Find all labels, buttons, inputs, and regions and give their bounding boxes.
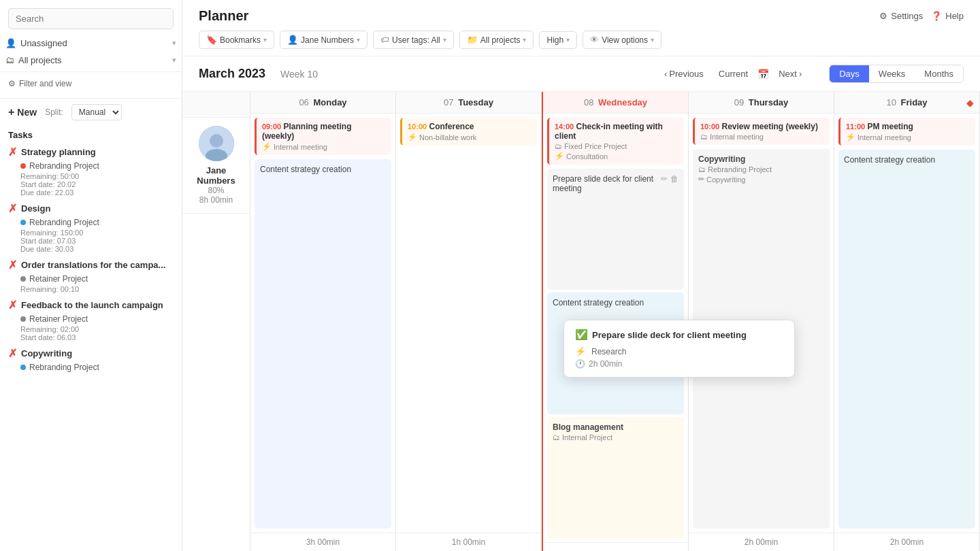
day-footer-thursday: 2h 00min [689,533,834,551]
current-button[interactable]: Current [713,66,753,82]
avatar-pct: 80% [188,186,244,195]
svg-point-1 [210,134,223,148]
day-num-thursday: 09 [734,97,744,107]
delete-icon[interactable]: 🗑 [670,174,679,184]
filter-view-button[interactable]: ⚙ Filter and view [0,75,182,93]
task-group-title-feedback[interactable]: ✗ Feedback to the launch campaign [8,299,174,312]
task-project-design: Rebranding Project [20,218,174,227]
wednesday-task-blog[interactable]: Blog management 🗂 Internal Project [547,417,684,538]
weeks-view-button[interactable]: Weeks [869,65,915,82]
calendar-icon[interactable]: 📅 [757,69,769,80]
day-header-wednesday: 08 Wednesday [543,92,688,114]
main-header: Planner ⚙ Settings ❓ Help 🔖 Bookmarks ▾ … [182,0,980,56]
check-icon-copywriting: ✗ [8,347,17,360]
diamond-icon: ◆ [966,97,974,108]
tuesday-event-0[interactable]: 10:00 Conference ⚡ Non-billable work [400,118,537,146]
popup-task-type: ⚡ Research [575,346,783,356]
day-name-tuesday: Tuesday [458,97,493,107]
blog-task-title: Blog management [553,422,679,432]
check-icon-feedback: ✗ [8,299,17,312]
clock-icon-popup: 🕐 [575,359,585,369]
lightning-icon: ⚡ [262,142,272,151]
popup-title: ✅ Prepare slide deck for client meeting [575,329,783,341]
folder-icon-checkin: 🗂 [555,142,562,150]
split-select[interactable]: Manual [71,104,122,120]
day-footer-monday: 3h 00min [250,533,395,551]
lightning-icon-checkin: ⚡ [555,152,564,161]
task-project-strategy: Rebranding Project [20,161,174,171]
task-meta-translations-remaining: Remaining: 00:10 [8,285,174,293]
pencil-icon-copy: ✏ [698,175,704,184]
next-button[interactable]: Next › [773,66,807,82]
day-footer-tuesday: 1h 00min [396,533,541,551]
popup-time: 🕐 2h 00min [575,359,783,369]
unassigned-filter[interactable]: 👤 Unassigned ▾ [0,35,182,52]
months-view-button[interactable]: Months [915,65,963,82]
task-item-translations-project: Retainer Project [8,273,174,285]
project-dot-copywriting [20,365,26,370]
task-project-copywriting: Rebranding Project [20,363,174,372]
thursday-event-0[interactable]: 10:00 Review meeting (weekly) 🗂 Internal… [693,118,830,145]
eye-icon: 👁 [590,35,599,45]
day-num-tuesday: 07 [444,97,453,107]
task-item-feedback-project: Retainer Project [8,313,174,325]
day-footer-wednesday [543,542,688,551]
task-group-title-translations[interactable]: ✗ Order translations for the campa... [8,258,174,271]
edit-icon[interactable]: ✏ [661,174,668,184]
task-popup: ✅ Prepare slide deck for client meeting … [564,320,795,378]
split-label: Split: [45,107,63,117]
check-circle-icon: ✅ [575,329,588,341]
new-button[interactable]: New [8,106,37,118]
friday-task-content-strategy[interactable]: Content strategy creation [838,150,975,529]
task-group-title-copywriting[interactable]: ✗ Copywriting [8,347,174,360]
view-toggle: Days Weeks Months [829,65,964,83]
monday-task-content-strategy[interactable]: Content strategy creation [255,159,391,529]
folder-icon: 🗂 [5,55,14,65]
chevron-down-icon-projects: ▾ [523,36,526,44]
copywriting-task-title: Copywriting [698,154,824,164]
days-view-button[interactable]: Days [830,65,869,82]
wednesday-event-0[interactable]: 14:00 Check-in meeting with client 🗂 Fix… [547,118,684,165]
settings-button[interactable]: ⚙ Settings [879,11,923,21]
event-title-pm: PM meeting [867,122,913,131]
event-time-checkin: 14:00 [555,122,574,131]
header-actions: ⚙ Settings ❓ Help [879,11,964,21]
day-header-thursday: 09 Thursday [689,92,834,114]
day-col-tuesday: 07 Tuesday 10:00 Conference ⚡ Non-billab… [396,92,542,551]
friday-event-0[interactable]: 11:00 PM meeting ⚡ Internal meeting [838,118,975,146]
title-row: Planner ⚙ Settings ❓ Help [199,0,964,24]
chevron-down-icon-projects: ▾ [172,56,176,65]
monday-event-0[interactable]: 09:00 Planning meeting (weekly) ⚡ Intern… [255,118,391,155]
lightning-icon-pm: ⚡ [846,133,855,141]
all-projects-filter[interactable]: 🗂 All projects ▾ [0,52,182,69]
day-col-friday: 10 Friday ◆ 11:00 PM meeting ⚡ Internal … [834,92,980,551]
chevron-left-icon: ‹ [664,69,667,79]
help-button[interactable]: ❓ Help [931,11,964,21]
view-options-button[interactable]: 👁 View options ▾ [583,31,662,49]
sidebar: 👤 Unassigned ▾ 🗂 All projects ▾ ⚙ Filter… [0,0,182,551]
event-time-conference: 10:00 [408,122,427,131]
bookmarks-button[interactable]: 🔖 Bookmarks ▾ [199,31,274,49]
wednesday-task-slide-deck[interactable]: Prepare slide deck for client meeting ✏ … [547,169,684,290]
task-meta-feedback-start: Start date: 06.03 [8,333,174,341]
high-priority-button[interactable]: High ▾ [539,31,577,49]
copywriting-task-project: 🗂 Rebranding Project [698,165,824,173]
task-group-title-strategy[interactable]: ✗ Strategy planning [8,146,174,158]
task-meta-design-due: Due date: 30.03 [8,245,174,253]
task-group-copywriting: ✗ Copywriting Rebranding Project [0,344,182,376]
task-group-title-design[interactable]: ✗ Design [8,202,174,215]
search-input[interactable] [8,8,174,29]
previous-button[interactable]: ‹ Previous [659,66,709,82]
event-title-conference: Conference [429,122,474,131]
tasks-header: Tasks [0,126,182,143]
user-filter-button[interactable]: 👤 Jane Numbers ▾ [280,31,368,49]
all-projects-button[interactable]: 📁 All projects ▾ [459,31,534,49]
main-content: Planner ⚙ Settings ❓ Help 🔖 Bookmarks ▾ … [182,0,980,551]
project-dot-design [20,220,26,225]
day-header-monday: 06 Monday [250,92,395,114]
user-tags-button[interactable]: 🏷 User tags: All ▾ [373,31,454,49]
user-icon: 👤 [287,35,298,45]
day-header-friday: 10 Friday ◆ [834,92,979,114]
blog-task-sub: 🗂 Internal Project [553,433,679,441]
event-sub-planning: ⚡ Internal meeting [262,142,386,151]
